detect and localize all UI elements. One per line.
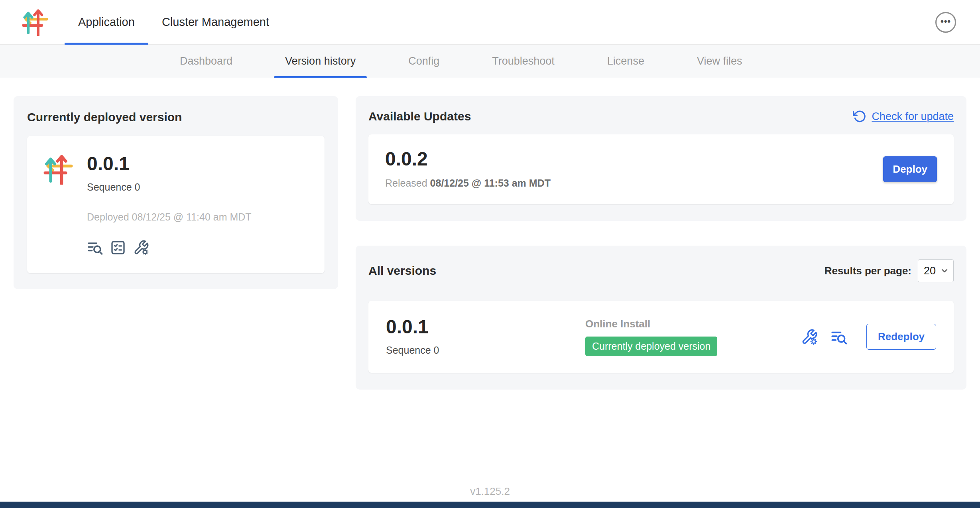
preflight-checks-button[interactable] bbox=[110, 240, 126, 256]
subnav-troubleshoot-label: Troubleshoot bbox=[492, 55, 555, 67]
row-actions: Redeploy bbox=[801, 324, 936, 350]
all-versions-title: All versions bbox=[368, 264, 436, 278]
refresh-icon bbox=[852, 110, 866, 123]
app-logo-icon bbox=[22, 9, 49, 36]
tab-application-label: Application bbox=[78, 16, 135, 29]
deployed-version-panel: 0.0.1 Sequence 0 Deployed 08/12/25 @ 11:… bbox=[27, 136, 325, 273]
subnav-view-files-label: View files bbox=[697, 55, 742, 67]
available-updates-header: Available Updates Check for update bbox=[368, 110, 954, 123]
subnav-config-label: Config bbox=[408, 55, 439, 67]
subnav-license-label: License bbox=[607, 55, 644, 67]
overflow-menu-button[interactable]: ••• bbox=[935, 12, 956, 33]
released-prefix: Released bbox=[385, 177, 427, 189]
subnav-item-view-files[interactable]: View files bbox=[686, 45, 754, 78]
edit-config-icon bbox=[133, 240, 149, 256]
right-column: Available Updates Check for update 0.0.2… bbox=[356, 96, 966, 390]
row-version-number: 0.0.1 bbox=[386, 317, 585, 337]
edit-config-button[interactable] bbox=[133, 240, 149, 256]
subnav-dashboard-label: Dashboard bbox=[180, 55, 232, 67]
subnav-item-dashboard[interactable]: Dashboard bbox=[169, 45, 244, 78]
version-row: 0.0.1 Sequence 0 Online Install Currentl… bbox=[368, 301, 954, 373]
currently-deployed-badge: Currently deployed version bbox=[585, 337, 717, 356]
update-version-number: 0.0.2 bbox=[385, 150, 551, 169]
all-versions-card: All versions Results per page: 20 0.0.1 … bbox=[356, 246, 966, 390]
subnav-item-config[interactable]: Config bbox=[397, 45, 451, 78]
deployed-card-title: Currently deployed version bbox=[27, 110, 325, 124]
deploy-logs-button[interactable] bbox=[87, 240, 103, 256]
deploy-button[interactable]: Deploy bbox=[883, 156, 937, 182]
row-sequence: Sequence 0 bbox=[386, 345, 585, 356]
deployed-version-actions bbox=[87, 240, 252, 256]
tab-cluster-management-label: Cluster Management bbox=[162, 16, 269, 29]
update-row: 0.0.2 Released 08/12/25 @ 11:53 am MDT D… bbox=[368, 134, 954, 204]
deployed-timestamp: Deployed 08/12/25 @ 11:40 am MDT bbox=[87, 211, 252, 223]
kots-admin-console: Application Cluster Management ••• Dashb… bbox=[0, 0, 980, 508]
tab-cluster-management[interactable]: Cluster Management bbox=[148, 0, 283, 44]
available-updates-card: Available Updates Check for update 0.0.2… bbox=[356, 96, 966, 221]
row-version-meta: 0.0.1 Sequence 0 bbox=[386, 317, 585, 356]
row-edit-config-button[interactable] bbox=[801, 329, 818, 345]
chevron-down-icon bbox=[940, 266, 949, 276]
results-per-page-value: 20 bbox=[924, 265, 936, 277]
deploy-logs-icon bbox=[830, 329, 847, 345]
deployed-version-meta: 0.0.1 Sequence 0 Deployed 08/12/25 @ 11:… bbox=[87, 154, 252, 256]
deployed-version-number: 0.0.1 bbox=[87, 154, 252, 173]
results-per-page-select[interactable]: 20 bbox=[918, 259, 954, 282]
update-version-meta: 0.0.2 Released 08/12/25 @ 11:53 am MDT bbox=[385, 150, 551, 189]
deployed-sequence: Sequence 0 bbox=[87, 181, 252, 193]
subnav-version-history-label: Version history bbox=[285, 55, 356, 67]
currently-deployed-card: Currently deployed version 0.0.1 Sequenc… bbox=[14, 96, 338, 289]
tab-application[interactable]: Application bbox=[65, 0, 148, 44]
redeploy-button[interactable]: Redeploy bbox=[866, 324, 936, 350]
ellipsis-icon: ••• bbox=[941, 17, 951, 26]
preflight-checks-icon bbox=[110, 240, 126, 256]
available-updates-title: Available Updates bbox=[368, 110, 471, 123]
subnav-item-troubleshoot[interactable]: Troubleshoot bbox=[481, 45, 566, 78]
results-per-page-label: Results per page: bbox=[825, 265, 911, 277]
app-subnav: Dashboard Version history Config Trouble… bbox=[0, 45, 980, 78]
row-deploy-logs-button[interactable] bbox=[830, 329, 847, 345]
deploy-logs-icon bbox=[87, 240, 103, 256]
subnav-item-license[interactable]: License bbox=[596, 45, 655, 78]
check-for-update-label: Check for update bbox=[872, 110, 954, 123]
edit-config-icon bbox=[801, 329, 818, 345]
row-install-info: Online Install Currently deployed versio… bbox=[585, 318, 801, 356]
bottom-strip bbox=[0, 502, 980, 508]
top-bar: Application Cluster Management ••• bbox=[0, 0, 980, 45]
released-line: Released 08/12/25 @ 11:53 am MDT bbox=[385, 177, 551, 189]
all-versions-header: All versions Results per page: 20 bbox=[368, 259, 954, 282]
released-date: 08/12/25 @ 11:53 am MDT bbox=[430, 177, 551, 189]
console-version: v1.125.2 bbox=[0, 485, 980, 498]
top-nav: Application Cluster Management bbox=[65, 0, 283, 44]
app-icon bbox=[43, 154, 73, 185]
install-type-label: Online Install bbox=[585, 318, 801, 330]
results-per-page: Results per page: 20 bbox=[825, 259, 954, 282]
subnav-item-version-history[interactable]: Version history bbox=[274, 45, 367, 78]
check-for-update-link[interactable]: Check for update bbox=[852, 110, 954, 123]
main-content: Currently deployed version 0.0.1 Sequenc… bbox=[0, 78, 980, 390]
